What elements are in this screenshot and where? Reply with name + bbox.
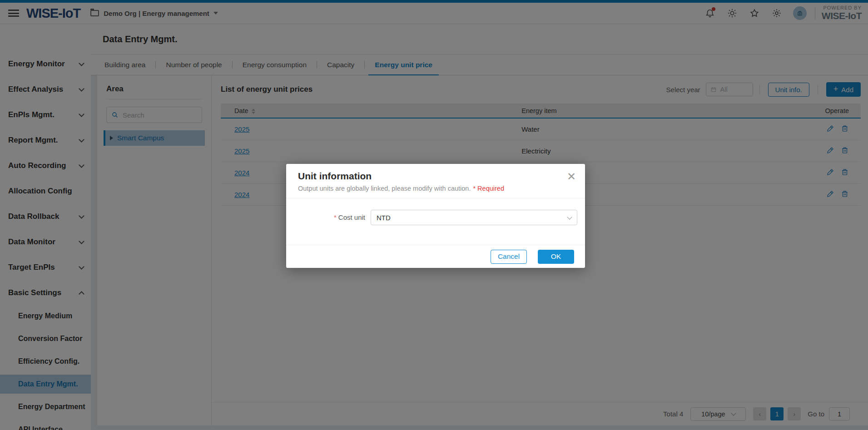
cancel-button[interactable]: Cancel	[491, 250, 527, 264]
chevron-down-icon	[567, 214, 572, 219]
modal-header: Unit information Output units are global…	[286, 164, 585, 198]
cost-unit-select[interactable]: NTD	[371, 210, 577, 225]
cost-unit-value: NTD	[377, 214, 568, 222]
app-root: WISE-IoT Demo Org | Energy management	[0, 0, 868, 430]
modal-title: Unit information	[298, 171, 573, 182]
close-icon[interactable]: ✕	[567, 171, 576, 182]
required-note: * Required	[473, 185, 504, 192]
modal-footer: Cancel OK	[286, 245, 585, 268]
cost-unit-label: *Cost unit	[286, 210, 365, 225]
ok-button[interactable]: OK	[538, 250, 574, 264]
modal-subtitle: Output units are globally linked, please…	[298, 185, 573, 192]
required-asterisk: *	[334, 213, 337, 221]
modal-body: *Cost unit NTD	[286, 198, 585, 245]
unit-information-modal: Unit information Output units are global…	[286, 164, 585, 268]
